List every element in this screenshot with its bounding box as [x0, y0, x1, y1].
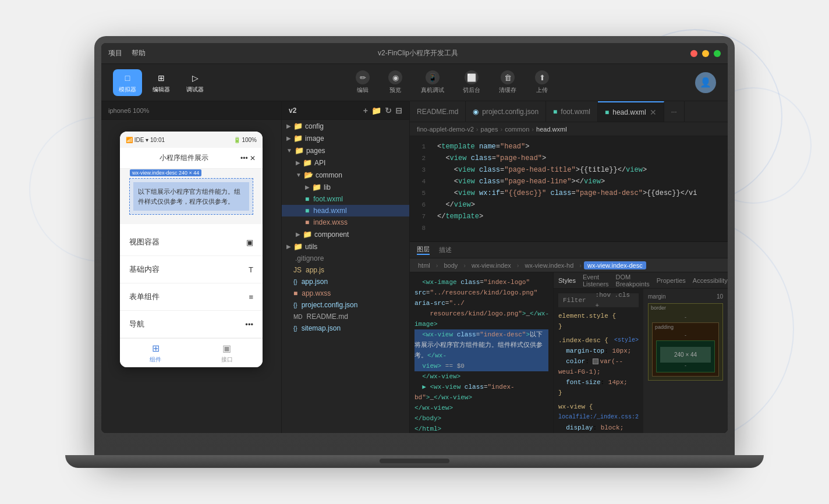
tree-image[interactable]: ▶ 📁 image: [282, 132, 409, 144]
phone-status-bar: 📶 IDE ▾ 10:01 🔋 100%: [120, 132, 263, 148]
code-editor: 1 2 3 4 5 6 7 8 <templ: [410, 136, 728, 241]
head-wxml-close[interactable]: ✕: [650, 108, 657, 116]
tree-component[interactable]: ▶ 📁 component: [282, 228, 409, 240]
index-desc-styles: .index-desc {<style> margin-top: 10px; c…: [558, 335, 639, 398]
real-device-icon: 📱: [426, 70, 440, 84]
tree-index-wxss[interactable]: ■ index.wxss: [282, 216, 409, 228]
styles-tabs: Styles Event Listeners DOM Breakpoints P…: [554, 272, 728, 289]
phone-tab-api[interactable]: ▣ 接口: [192, 339, 263, 367]
tree-utils[interactable]: ▶ 📁 utils: [282, 240, 409, 253]
menu-item-nav[interactable]: 导航 •••: [120, 311, 263, 338]
code-line-3: <view class="page-head-title">{{title}}<…: [437, 164, 721, 176]
path-body[interactable]: body: [440, 261, 461, 269]
tab-project-config[interactable]: ◉ project.config.json: [466, 101, 546, 122]
debugger-button[interactable]: ▷ 调试器: [180, 69, 210, 96]
tree-app-json[interactable]: ▶ {} app.json: [282, 276, 409, 288]
tree-gitignore[interactable]: ▶ .gitignore: [282, 253, 409, 264]
breadcrumb-file: head.wxml: [536, 126, 567, 133]
new-file-icon[interactable]: +: [363, 106, 368, 115]
path-wx-view-index[interactable]: wx-view.index: [468, 261, 515, 269]
code-content[interactable]: <template name="head"> <view class="page…: [430, 136, 728, 241]
styles-tab-styles[interactable]: Styles: [558, 277, 576, 284]
dom-line-3[interactable]: <wx-view class="index-desc">以下将展示小程序官方组件…: [414, 329, 548, 361]
toolbar-tools: ✏ 编辑 ◉ 预览 📱 真机调试 ⬜ 切后台: [210, 70, 695, 94]
phone-header-actions: ••• ✕: [240, 154, 256, 162]
menu-item-view-container[interactable]: 视图容器 ▣: [120, 229, 263, 256]
box-model-panel: margin10 border - padding -: [643, 289, 728, 433]
devtools-tab-desc[interactable]: 描述: [439, 246, 452, 254]
upload-icon: ⬆: [535, 70, 549, 84]
main-content: iphone6 100% 📶 IDE ▾ 10:01 🔋 100%: [101, 101, 728, 433]
more-tabs-icon: ···: [671, 108, 677, 116]
editor-top: README.md ◉ project.config.json ■ foot.w…: [410, 101, 728, 241]
menu-item-label: 视图容器: [129, 237, 160, 247]
devtools-tab-view[interactable]: 图层: [417, 245, 430, 255]
device-info: iphone6 100%: [108, 107, 149, 114]
user-avatar[interactable]: 👤: [695, 72, 716, 93]
simulator-icon: □: [121, 72, 134, 84]
menu-item-basic-content[interactable]: 基础内容 T: [120, 256, 263, 283]
editor-label: 编辑器: [153, 86, 170, 94]
dom-line-4[interactable]: view> == $0: [414, 361, 548, 371]
clear-cache-tool[interactable]: 🗑 清缓存: [499, 70, 516, 94]
background-label: 切后台: [463, 86, 480, 94]
api-tab-icon: ▣: [221, 343, 233, 354]
editor-button[interactable]: ⊞ 编辑器: [147, 69, 176, 96]
tab-more[interactable]: ···: [664, 101, 685, 122]
tree-app-js[interactable]: ▶ JS app.js: [282, 264, 409, 276]
phone-tab-bar: ⊞ 组件 ▣ 接口: [120, 338, 263, 367]
tree-pages[interactable]: ▼ 📁 pages: [282, 144, 409, 157]
edit-icon: ✏: [356, 70, 370, 84]
styles-tab-event-listeners[interactable]: Event Listeners: [583, 274, 609, 288]
tree-sitemap[interactable]: ▶ {} sitemap.json: [282, 322, 409, 334]
close-button[interactable]: [690, 50, 697, 57]
styles-tab-properties[interactable]: Properties: [657, 277, 686, 284]
devtools-toolbar: 图层 描述: [410, 242, 728, 258]
tree-foot-wxml[interactable]: ■ foot.wxml: [282, 193, 409, 205]
phone-content-area: wx-view.index-desc 240 × 44 以下组展示小程序官方组件…: [120, 169, 263, 224]
tab-readme[interactable]: README.md: [410, 101, 466, 122]
box-content-size: 240 × 44: [660, 347, 711, 363]
styles-tab-accessibility[interactable]: Accessibility: [693, 277, 728, 284]
maximize-button[interactable]: [714, 50, 721, 57]
new-folder-icon[interactable]: 📁: [371, 106, 381, 115]
tree-project-config[interactable]: ▶ {} project.config.json: [282, 299, 409, 311]
tree-readme[interactable]: ▶ MD README.md: [282, 311, 409, 322]
edit-tool[interactable]: ✏ 编辑: [356, 70, 370, 94]
tree-common[interactable]: ▼ 📂 common: [282, 169, 409, 181]
tree-lib[interactable]: ▶ 📁 lib: [282, 181, 409, 193]
minimize-button[interactable]: [702, 50, 709, 57]
head-wxml-tab-label: head.wxml: [612, 108, 646, 116]
readme-tab-label: README.md: [417, 108, 458, 116]
tree-app-wxss[interactable]: ▶ ■ app.wxss: [282, 288, 409, 299]
box-border: padding - 240 × 44 -: [652, 322, 719, 377]
tab-head-wxml[interactable]: ■ head.wxml ✕: [598, 101, 664, 122]
menu-help[interactable]: 帮助: [132, 48, 146, 58]
simulator-label: 模拟器: [119, 86, 136, 94]
collapse-icon[interactable]: ⊟: [395, 106, 402, 115]
upload-tool[interactable]: ⬆ 上传: [535, 70, 549, 94]
real-device-debug-tool[interactable]: 📱 真机调试: [421, 70, 444, 94]
tree-config[interactable]: ▶ 📁 config: [282, 120, 409, 132]
menu-item-label: 基础内容: [129, 264, 160, 275]
laptop-base: [65, 455, 764, 468]
preview-tool[interactable]: ◉ 预览: [388, 70, 402, 94]
path-wx-view-index-hd[interactable]: wx-view.index-hd: [522, 261, 578, 269]
tree-head-wxml[interactable]: ■ head.wxml: [282, 205, 409, 216]
background-tool[interactable]: ⬜ 切后台: [463, 70, 480, 94]
tree-api[interactable]: ▶ 📁 API: [282, 157, 409, 169]
path-html[interactable]: html: [414, 261, 434, 269]
refresh-icon[interactable]: ↻: [385, 106, 392, 115]
path-wx-view-index-desc[interactable]: wx-view.index-desc: [584, 261, 646, 269]
tab-foot-wxml[interactable]: ■ foot.wxml: [546, 101, 598, 122]
element-content: 以下组展示小程序官方组件能力。组件样式仅供参考，程序仅供参考。: [133, 182, 249, 211]
pseudo-filter[interactable]: :hov .cls +: [596, 290, 634, 311]
phone-tab-component[interactable]: ⊞ 组件: [120, 339, 192, 367]
menu-item-form[interactable]: 表单组件 ≡: [120, 283, 263, 311]
box-margin: border - padding - 240 × 44 -: [648, 303, 723, 381]
box-padding: 240 × 44 -: [656, 340, 715, 372]
simulator-button[interactable]: □ 模拟器: [113, 69, 142, 96]
styles-tab-dom-breakpoints[interactable]: DOM Breakpoints: [616, 274, 650, 288]
menu-project[interactable]: 项目: [108, 48, 122, 58]
dom-line-6[interactable]: ▶ <wx-view class="index-bd">_</wx-view>: [414, 382, 548, 403]
